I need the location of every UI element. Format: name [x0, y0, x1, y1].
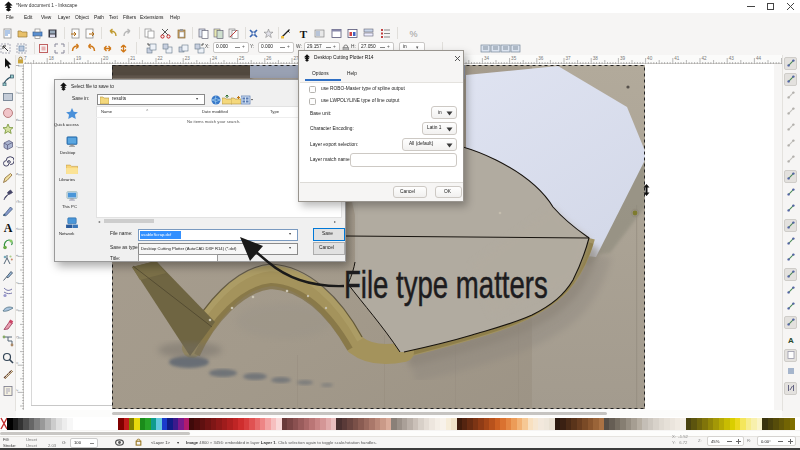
- svg-text:10: 10: [16, 64, 20, 67]
- svg-text:37: 37: [566, 56, 572, 61]
- svg-text:38: 38: [593, 56, 599, 61]
- svg-text:-2: -2: [16, 389, 20, 393]
- svg-text:9: 9: [16, 91, 20, 94]
- svg-text:T: T: [300, 28, 308, 39]
- svg-text:24: 24: [212, 56, 218, 61]
- svg-text:25: 25: [239, 56, 245, 61]
- svg-text:19: 19: [76, 56, 82, 61]
- svg-text:43: 43: [729, 56, 735, 61]
- svg-text:-1: -1: [16, 361, 20, 365]
- svg-text:41: 41: [674, 56, 680, 61]
- svg-text:A: A: [4, 221, 13, 233]
- svg-text:1: 1: [16, 308, 20, 311]
- svg-text:18: 18: [49, 56, 55, 61]
- svg-text:7: 7: [16, 145, 20, 148]
- svg-text:6: 6: [16, 172, 20, 175]
- svg-text:8: 8: [16, 118, 20, 121]
- svg-text:35: 35: [511, 56, 517, 61]
- svg-text:A: A: [788, 336, 794, 344]
- svg-text:%: %: [409, 29, 417, 39]
- svg-text:5: 5: [16, 200, 20, 203]
- svg-text:4: 4: [16, 227, 20, 230]
- svg-text:34: 34: [484, 56, 490, 61]
- svg-text:3: 3: [16, 254, 20, 257]
- svg-text:2: 2: [16, 281, 20, 284]
- svg-text:21: 21: [130, 56, 136, 61]
- svg-text:26: 26: [266, 56, 272, 61]
- svg-text:42: 42: [702, 56, 708, 61]
- svg-text:23: 23: [185, 56, 191, 61]
- svg-text:44: 44: [756, 56, 762, 61]
- svg-text:0: 0: [16, 336, 20, 339]
- svg-text:39: 39: [620, 56, 626, 61]
- svg-text:20: 20: [103, 56, 109, 61]
- svg-text:22: 22: [158, 56, 164, 61]
- svg-text:40: 40: [647, 56, 653, 61]
- svg-text:36: 36: [538, 56, 544, 61]
